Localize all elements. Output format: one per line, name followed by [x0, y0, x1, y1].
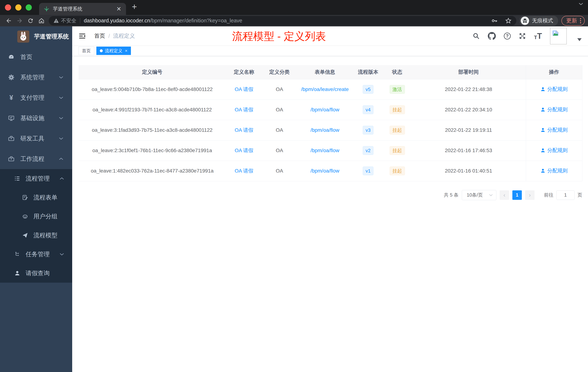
sidebar-logo[interactable]: 芋道管理系统: [0, 26, 72, 47]
definition-name-link[interactable]: OA 请假: [235, 107, 253, 112]
tag-close-icon[interactable]: ×: [125, 48, 127, 53]
sidebar-item-workflow[interactable]: 工作流程: [0, 149, 72, 169]
user-icon: [540, 107, 546, 112]
table-row: oa_leave:1:482ec033-762a-11ec-8477-a2380…: [79, 161, 582, 181]
user-icon: [540, 127, 546, 132]
window-controls: [5, 4, 32, 11]
maximize-window-button[interactable]: [26, 4, 32, 11]
sidebar-item-label: 用户分组: [33, 212, 64, 220]
yen-icon: ¥: [7, 94, 15, 101]
sidebar-item-devtools[interactable]: 研发工具: [0, 128, 72, 149]
definition-name-link[interactable]: OA 请假: [235, 168, 253, 174]
chevron-down-icon: [59, 96, 63, 99]
assign-rule-link[interactable]: 分配规则: [540, 127, 568, 133]
browser-tab[interactable]: 芋道管理系统 ✕: [39, 3, 126, 15]
assign-rule-link[interactable]: 分配规则: [540, 106, 568, 113]
avatar-dropdown-caret-icon[interactable]: [577, 38, 582, 41]
table-row: oa_leave:5:004b710b-7b8a-11ec-8ef0-acde4…: [79, 79, 582, 99]
fullscreen-icon[interactable]: [519, 33, 526, 40]
breadcrumb-current: 流程定义: [113, 32, 135, 40]
search-icon[interactable]: [472, 33, 480, 40]
github-icon[interactable]: [488, 32, 496, 40]
breadcrumb-separator: /: [108, 33, 110, 39]
address-bar[interactable]: 不安全 dashboard.yudao.iocoder.cn/bpm/manag…: [49, 16, 516, 25]
reload-icon[interactable]: [25, 17, 36, 24]
new-tab-button[interactable]: +: [132, 2, 137, 12]
sidebar-collapse-icon[interactable]: [79, 33, 86, 40]
form-info-link[interactable]: /bpm/oa/leave/create: [301, 87, 349, 92]
sidebar-item-process-form[interactable]: 流程表单: [0, 188, 72, 207]
page-size-select[interactable]: 10条/页: [462, 190, 496, 200]
definition-name-link[interactable]: OA 请假: [235, 87, 253, 92]
tag-home[interactable]: 首页: [79, 47, 94, 55]
app-title: 芋道管理系统: [34, 33, 69, 41]
bookmark-star-icon[interactable]: [505, 17, 512, 24]
tab-search-chevron-icon[interactable]: [578, 2, 584, 6]
update-label: 更新: [566, 17, 577, 24]
sidebar-item-infra[interactable]: 基础设施: [0, 108, 72, 128]
definition-name-link[interactable]: OA 请假: [235, 127, 253, 133]
prev-page-button[interactable]: ‹: [500, 190, 509, 200]
version-badge: v3: [363, 126, 373, 135]
close-window-button[interactable]: [5, 4, 11, 11]
table-header-row: 定义编号 定义名称 定义分类 表单信息 流程版本 状态 部署时间 操作: [79, 65, 582, 79]
pagination: 共 5 条 10条/页 ‹ 1 › 前往 页: [79, 190, 582, 200]
next-page-button[interactable]: ›: [525, 190, 535, 200]
form-info-link[interactable]: /bpm/oa/flow: [311, 148, 339, 153]
goto-page-input[interactable]: [556, 190, 575, 200]
form-edit-icon: [21, 195, 29, 200]
font-size-icon[interactable]: TT: [534, 32, 542, 40]
definition-id: oa_leave:5:004b710b-7b8a-11ec-8ef0-acde4…: [79, 79, 226, 99]
col-actions: 操作: [526, 65, 582, 79]
sidebar-item-home[interactable]: 首页: [0, 47, 72, 67]
tab-title: 芋道管理系统: [53, 6, 113, 12]
favicon-sprout-icon: [44, 6, 49, 12]
col-process-version: 流程版本: [353, 65, 383, 79]
sidebar-item-task-mgmt[interactable]: 任务管理: [0, 245, 72, 264]
help-icon[interactable]: ?: [504, 33, 511, 40]
tab-close-icon[interactable]: ✕: [116, 6, 121, 12]
page-1-button[interactable]: 1: [512, 190, 522, 200]
chevron-down-icon: [59, 253, 64, 256]
status-badge: 挂起: [390, 166, 405, 175]
sidebar-item-user-group[interactable]: 用户分组: [0, 207, 72, 226]
sidebar-item-payment[interactable]: ¥ 支付管理: [0, 88, 72, 108]
sidebar-item-system[interactable]: 系统管理: [0, 67, 72, 88]
security-warning-icon[interactable]: [53, 18, 59, 23]
sidebar-item-label: 流程管理: [26, 175, 59, 183]
form-info-link[interactable]: /bpm/oa/flow: [311, 107, 339, 112]
form-info-link[interactable]: /bpm/oa/flow: [311, 168, 339, 174]
home-icon[interactable]: [36, 17, 47, 24]
definition-id: oa_leave:4:991f2193-7b7f-11ec-a3c8-acde4…: [79, 99, 226, 120]
form-info-link[interactable]: /bpm/oa/flow: [311, 127, 339, 133]
minimize-window-button[interactable]: [15, 4, 21, 11]
tag-process-definition[interactable]: 流程定义 ×: [96, 47, 131, 55]
col-definition-category: 定义分类: [262, 65, 297, 79]
sidebar-item-process-model[interactable]: 流程模型: [0, 226, 72, 245]
breadcrumb: 首页 / 流程定义: [94, 32, 135, 40]
browser-menu-icon[interactable]: [580, 18, 581, 23]
assign-rule-link[interactable]: 分配规则: [540, 86, 568, 93]
definition-category: OA: [262, 99, 297, 120]
col-definition-id: 定义编号: [79, 65, 226, 79]
chevron-up-icon: [59, 157, 63, 160]
definition-name-link[interactable]: OA 请假: [235, 148, 253, 153]
status-badge: 挂起: [390, 105, 405, 114]
browser-toolbar: 不安全 dashboard.yudao.iocoder.cn/bpm/manag…: [0, 15, 588, 26]
sidebar-item-leave-query[interactable]: 请假查询: [0, 264, 72, 283]
browser-update-button[interactable]: 更新: [561, 16, 585, 26]
avatar[interactable]: [550, 28, 567, 44]
assign-rule-link[interactable]: 分配规则: [540, 147, 568, 154]
assign-rule-link[interactable]: 分配规则: [540, 167, 568, 174]
url-text[interactable]: dashboard.yudao.iocoder.cn/bpm/manager/d…: [84, 18, 242, 24]
user-icon: [14, 270, 21, 276]
breadcrumb-home[interactable]: 首页: [94, 32, 105, 40]
tags-view: 首页 流程定义 ×: [72, 45, 588, 56]
security-label[interactable]: 不安全: [61, 17, 76, 24]
password-key-icon[interactable]: [491, 17, 498, 24]
sidebar-item-label: 系统管理: [20, 73, 59, 82]
forward-icon[interactable]: [14, 17, 25, 24]
briefcase-icon: [7, 156, 15, 162]
sidebar-item-process-mgmt[interactable]: 流程管理: [0, 169, 72, 188]
back-icon[interactable]: [3, 17, 14, 24]
